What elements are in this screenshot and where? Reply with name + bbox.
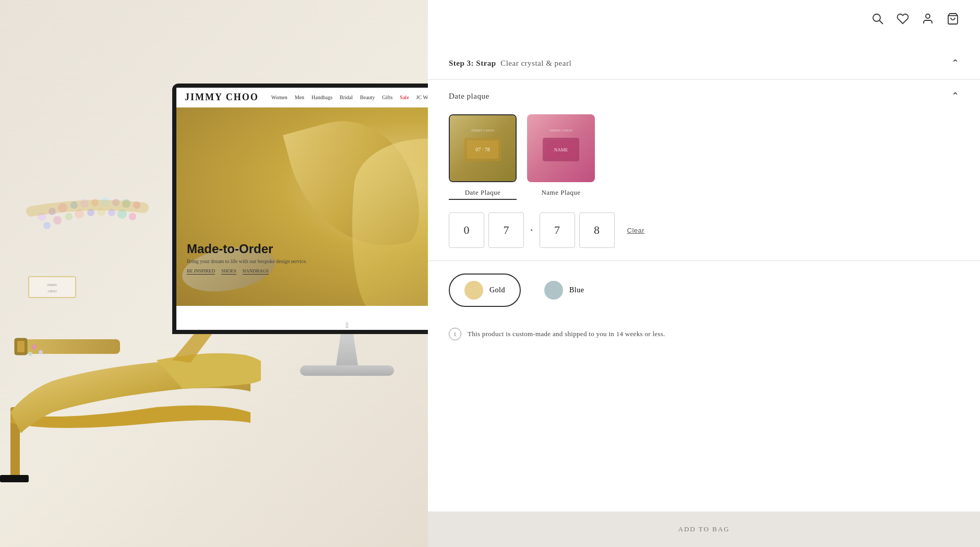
svg-point-15	[43, 222, 51, 229]
step3-text: Step 3: Strap Clear crystal & pearl	[449, 59, 571, 67]
date-plaque-option[interactable]: 07 · 78 JIMMY CHOO Date Plaque	[449, 114, 517, 200]
step3-chevron[interactable]: ⌃	[951, 57, 959, 69]
name-plaque-option[interactable]: NAME JIMMY CHOO Name Plaque	[527, 114, 595, 200]
hero-link-inspired[interactable]: BE INSPIRED	[187, 268, 215, 275]
step3-section: Step 3: Strap Clear crystal & pearl ⌃	[428, 47, 980, 80]
svg-text:NAME: NAME	[554, 147, 568, 152]
gold-color-option[interactable]: Gold	[449, 274, 521, 307]
date-digit-3[interactable]: 8	[579, 212, 615, 248]
blue-label: Blue	[569, 286, 584, 294]
jc-hero-subtitle: Bring your dream to life with our bespok…	[187, 258, 307, 264]
svg-text:JIMMY: JIMMY	[47, 283, 57, 287]
left-panel: JIMMY CHOO JIMMY CHOO Women Men Handbags	[0, 0, 428, 547]
date-plaque-title: Date plaque	[449, 92, 489, 101]
svg-point-30	[873, 14, 880, 21]
nav-gifts[interactable]: Gifts	[382, 94, 392, 100]
gold-label: Gold	[489, 286, 505, 294]
svg-text:JIMMY CHOO: JIMMY CHOO	[549, 128, 572, 133]
wishlist-icon[interactable]	[897, 13, 909, 28]
top-nav	[871, 13, 959, 28]
apple-logo: 	[345, 322, 348, 330]
jc-logo: JIMMY CHOO	[185, 92, 259, 103]
date-digit-2[interactable]: 7	[540, 212, 575, 248]
blue-swatch	[544, 281, 563, 300]
plaque-options: 07 · 78 JIMMY CHOO Date Plaque NAME	[449, 114, 959, 200]
add-to-bag-button[interactable]: ADD TO BAG	[678, 525, 730, 533]
right-panel: Step 3: Strap Clear crystal & pearl ⌃ Da…	[428, 0, 980, 547]
date-plaque-underline	[449, 199, 517, 200]
svg-rect-2	[16, 339, 120, 354]
nav-jcworld[interactable]: JC World	[416, 94, 428, 100]
info-notice: i This product is custom-made and shippe…	[428, 319, 980, 349]
date-digit-1[interactable]: 7	[488, 212, 524, 248]
gold-swatch	[464, 281, 483, 300]
date-inputs: 0 7 · 7 8 Clear	[449, 212, 959, 248]
info-text: This product is custom-made and shipped …	[468, 330, 665, 338]
monitor-screen: JIMMY CHOO Women Men Handbags Bridal Bea…	[172, 84, 428, 334]
svg-point-32	[926, 14, 930, 18]
name-plaque-bg: NAME JIMMY CHOO	[527, 114, 595, 182]
jc-nav-items: Women Men Handbags Bridal Beauty Gifts S…	[271, 94, 428, 100]
date-plaque-section: Date plaque ⌃ 07 · 78 JIMMY CHOO	[428, 80, 980, 261]
hero-link-handbags[interactable]: HANDBAGS	[243, 268, 269, 275]
monitor: JIMMY CHOO Women Men Handbags Bridal Bea…	[172, 84, 428, 376]
svg-text:07 · 78: 07 · 78	[475, 147, 490, 152]
name-plaque-label: Name Plaque	[541, 188, 580, 197]
step3-label: Step 3: Strap Clear crystal & pearl	[449, 58, 571, 68]
jc-hero-title: Made-to-Order	[187, 242, 307, 256]
date-plaque-bg: 07 · 78 JIMMY CHOO	[450, 115, 516, 181]
svg-line-31	[880, 21, 883, 25]
svg-point-23	[129, 213, 136, 220]
svg-text:CHOO: CHOO	[47, 290, 57, 293]
monitor-base	[300, 365, 394, 376]
date-digit-0[interactable]: 0	[449, 212, 484, 248]
date-plaque-img: 07 · 78 JIMMY CHOO	[449, 114, 517, 182]
nav-beauty[interactable]: Beauty	[360, 94, 375, 100]
svg-point-16	[53, 216, 62, 224]
clear-button[interactable]: Clear	[627, 227, 645, 234]
svg-point-29	[28, 352, 32, 356]
svg-point-17	[65, 213, 73, 220]
add-to-bag-section: ADD TO BAG	[428, 512, 980, 547]
name-plaque-img: NAME JIMMY CHOO	[527, 114, 595, 182]
svg-point-27	[31, 344, 37, 350]
jc-website-nav: JIMMY CHOO Women Men Handbags Bridal Bea…	[176, 88, 428, 108]
blue-color-option[interactable]: Blue	[529, 274, 599, 307]
svg-text:JIMMY CHOO: JIMMY CHOO	[471, 128, 494, 133]
nav-bridal[interactable]: Bridal	[340, 94, 353, 100]
jc-hero-text: Made-to-Order Bring your dream to life w…	[187, 242, 307, 275]
step3-value: Clear crystal & pearl	[498, 59, 571, 67]
nav-sale[interactable]: Sale	[400, 94, 409, 100]
monitor-stand	[331, 334, 363, 365]
date-plaque-label: Date Plaque	[465, 188, 501, 197]
jc-hero-links: BE INSPIRED SHOES HANDBAGS	[187, 268, 307, 275]
account-icon[interactable]	[922, 13, 934, 28]
date-plaque-header: Date plaque ⌃	[449, 90, 959, 102]
svg-rect-1	[0, 475, 29, 482]
hero-link-shoes[interactable]: SHOES	[221, 268, 236, 275]
color-options: Gold Blue	[428, 261, 980, 319]
svg-rect-4	[17, 341, 25, 352]
date-separator: ·	[530, 223, 533, 237]
nav-men[interactable]: Men	[295, 94, 304, 100]
search-icon[interactable]	[871, 13, 884, 28]
svg-rect-24	[29, 277, 76, 298]
info-icon: i	[449, 328, 461, 340]
monitor-screen-inner: JIMMY CHOO Women Men Handbags Bridal Bea…	[176, 88, 428, 330]
nav-women[interactable]: Women	[271, 94, 288, 100]
svg-point-28	[39, 350, 43, 354]
bag-icon[interactable]	[947, 13, 959, 28]
nav-handbags[interactable]: Handbags	[312, 94, 332, 100]
date-plaque-chevron[interactable]: ⌃	[951, 90, 959, 102]
jc-hero: Made-to-Order Bring your dream to life w…	[176, 108, 428, 306]
